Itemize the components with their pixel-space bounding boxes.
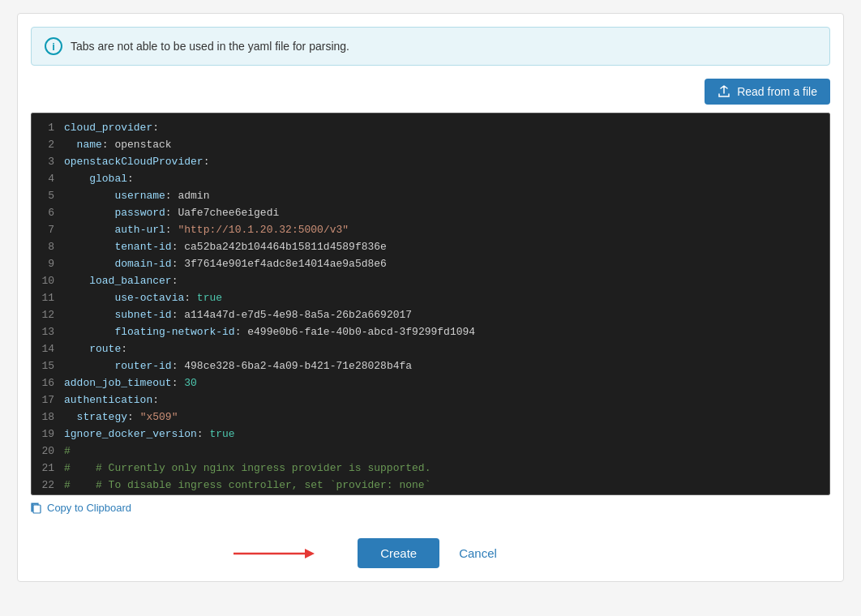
code-line: 14 route: bbox=[32, 341, 829, 358]
code-line: 3 openstackCloudProvider: bbox=[32, 154, 829, 171]
info-banner: i Tabs are not able to be used in the ya… bbox=[31, 27, 830, 66]
code-line: 7 auth-url: "http://10.1.20.32:5000/v3" bbox=[32, 222, 829, 239]
footer: Create Cancel bbox=[31, 538, 830, 568]
read-file-label: Read from a file bbox=[737, 85, 817, 98]
code-line: 9 domain-id: 3f7614e901ef4adc8e14014ae9a… bbox=[32, 256, 829, 273]
code-line: 20 # bbox=[32, 443, 829, 460]
cancel-button[interactable]: Cancel bbox=[452, 538, 503, 568]
arrow-indicator bbox=[233, 545, 315, 562]
upload-icon bbox=[718, 85, 730, 98]
copy-to-clipboard-button[interactable]: Copy to Clipboard bbox=[31, 502, 830, 514]
code-line: 10 load_balancer: bbox=[32, 273, 829, 290]
code-line: 2 name: openstack bbox=[32, 137, 829, 154]
svg-marker-2 bbox=[305, 549, 315, 558]
code-line: 4 global: bbox=[32, 171, 829, 188]
code-line: 21 # # Currently only nginx ingress prov… bbox=[32, 460, 829, 477]
read-from-file-button[interactable]: Read from a file bbox=[705, 79, 830, 105]
clipboard-icon bbox=[31, 503, 42, 514]
toolbar: Read from a file bbox=[31, 79, 830, 105]
red-arrow-icon bbox=[233, 545, 315, 562]
svg-rect-0 bbox=[33, 505, 41, 513]
create-button[interactable]: Create bbox=[358, 538, 439, 568]
code-line: 18 strategy: "x509" bbox=[32, 409, 829, 426]
code-line: 1 cloud_provider: bbox=[32, 120, 829, 137]
info-text: Tabs are not able to be used in the yaml… bbox=[71, 40, 349, 53]
code-line: 17 authentication: bbox=[32, 392, 829, 409]
main-container: i Tabs are not able to be used in the ya… bbox=[17, 13, 844, 582]
code-line: 13 floating-network-id: e499e0b6-fa1e-40… bbox=[32, 324, 829, 341]
code-line: 11 use-octavia: true bbox=[32, 290, 829, 307]
code-line: 15 router-id: 498ce328-6ba2-4a09-b421-71… bbox=[32, 358, 829, 375]
code-editor[interactable]: 1 cloud_provider: 2 name: openstack 3 op… bbox=[32, 113, 829, 494]
code-line: 12 subnet-id: a114a47d-e7d5-4e98-8a5a-26… bbox=[32, 307, 829, 324]
info-icon: i bbox=[45, 37, 62, 55]
code-line: 16 addon_job_timeout: 30 bbox=[32, 375, 829, 392]
code-line: 6 password: Uafe7chee6eigedi bbox=[32, 205, 829, 222]
code-line: 8 tenant-id: ca52ba242b104464b15811d4589… bbox=[32, 239, 829, 256]
code-editor-wrapper: 1 cloud_provider: 2 name: openstack 3 op… bbox=[31, 113, 830, 495]
code-line: 19 ignore_docker_version: true bbox=[32, 426, 829, 443]
copy-clipboard-label: Copy to Clipboard bbox=[47, 502, 131, 514]
code-line: 5 username: admin bbox=[32, 188, 829, 205]
code-line: 22 # # To disable ingress controller, se… bbox=[32, 477, 829, 494]
